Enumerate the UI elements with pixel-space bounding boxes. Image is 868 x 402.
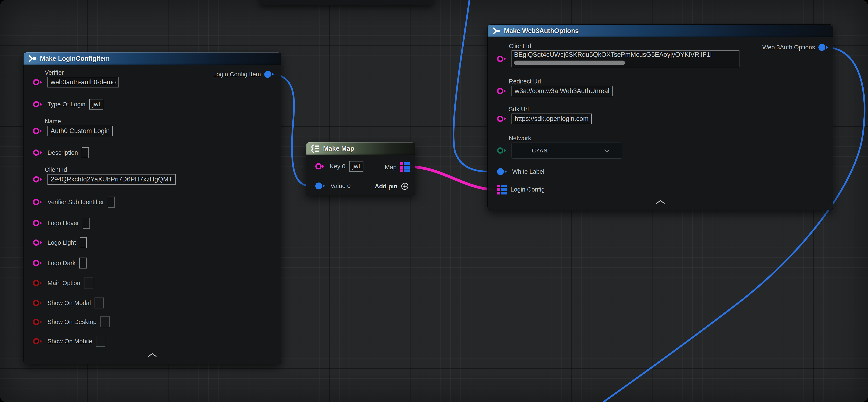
collapse-chevron-icon[interactable] <box>656 200 665 204</box>
pin-label: Show On Mobile <box>48 338 92 345</box>
input-pin-show-on-mobile[interactable] <box>33 338 44 344</box>
node-header[interactable]: Make Web3AuthOptions <box>488 25 833 37</box>
input-pin-white-label[interactable] <box>497 168 508 175</box>
pin-row-client-id: Client Id BEglQSgt4cUWcj6SKRdu5QkOXTsePm… <box>497 43 739 67</box>
input-pin-type-of-login[interactable] <box>33 101 44 108</box>
client-id-field[interactable]: 294QRkchfq2YaXUbPri7D6PH7xzHgQMT <box>48 174 176 184</box>
pin-row-client-id: Client Id 294QRkchfq2YaXUbPri7D6PH7xzHgQ… <box>33 166 176 184</box>
node-title: Make Web3AuthOptions <box>504 27 579 35</box>
input-pin-verifier[interactable] <box>33 79 44 85</box>
client-id-field[interactable]: BEglQSgt4cUWcj6SKRdu5QkOXTsePmMcusG5EAoy… <box>512 51 739 67</box>
output-pin-web3auth-options[interactable] <box>818 44 830 51</box>
pin-label: Client Id <box>45 166 67 173</box>
pin-label: Name <box>45 118 61 125</box>
pin-row-logo-hover: Logo Hover <box>33 217 90 229</box>
main-option-checkbox[interactable] <box>84 278 93 288</box>
node-header[interactable]: Make LoginConfigItem <box>24 52 281 65</box>
make-struct-icon <box>28 54 36 63</box>
pin-row-verifier-sub-identifier: Verifier Sub Identifier <box>33 196 115 208</box>
name-field[interactable]: Auth0 Custom Login <box>48 126 113 136</box>
pin-row-type-of-login: Type Of Login jwt <box>33 98 103 110</box>
input-pin-verifier-sub-identifier[interactable] <box>33 199 44 205</box>
key0-field[interactable]: jwt <box>349 161 364 172</box>
node-header[interactable]: Make Map <box>306 142 415 155</box>
output-pin-map[interactable] <box>400 162 410 172</box>
node-title: Make Map <box>323 145 354 152</box>
show-on-modal-checkbox[interactable] <box>95 297 104 309</box>
show-on-desktop-checkbox[interactable] <box>100 316 110 327</box>
input-pin-key0[interactable] <box>315 163 326 169</box>
add-pin-icon[interactable] <box>401 182 409 190</box>
pin-label: Sdk Url <box>509 106 529 113</box>
input-pin-logo-dark[interactable] <box>33 260 44 266</box>
pin-row-show-on-desktop: Show On Desktop <box>33 316 110 328</box>
blueprint-graph-canvas[interactable]: Make LoginConfigItem Login Config Item V… <box>0 0 868 402</box>
network-selected-value: CYAN <box>532 148 548 154</box>
pin-row-key0: Key 0 jwt <box>315 160 364 172</box>
client-id-text: BEglQSgt4cUWcj6SKRdu5QkOXTsePmMcusG5EAoy… <box>512 51 714 58</box>
input-pin-logo-hover[interactable] <box>33 220 44 226</box>
pin-row-logo-dark: Logo Dark <box>33 257 87 269</box>
input-pin-client-id[interactable] <box>497 56 508 62</box>
client-id-scrollbar[interactable] <box>514 61 625 65</box>
input-pin-main-option[interactable] <box>33 280 44 286</box>
output-row-map: Map <box>385 161 410 173</box>
pin-label: Verifier Sub Identifier <box>48 199 104 206</box>
pin-label: Value 0 <box>331 182 350 190</box>
logo-light-field[interactable] <box>80 237 87 248</box>
input-pin-show-on-desktop[interactable] <box>33 319 44 325</box>
network-dropdown[interactable]: CYAN <box>512 143 622 159</box>
pin-label: Type Of Login <box>48 101 86 108</box>
pin-row-login-config: Login Config <box>497 183 545 196</box>
node-make-map[interactable]: Make Map Key 0 jwt Map Value 0 Add pin <box>306 142 415 195</box>
output-row-web3auth-options: Web 3Auth Options <box>762 41 830 53</box>
add-pin-row: Add pin <box>375 180 409 192</box>
input-pin-redirect-url[interactable] <box>497 88 508 94</box>
input-pin-name[interactable] <box>33 128 44 134</box>
pin-label: Network <box>509 135 531 142</box>
output-pin-login-config-item[interactable] <box>264 71 276 78</box>
pin-row-white-label: White Label <box>497 166 544 178</box>
collapse-node-row <box>488 200 833 204</box>
pin-label: White Label <box>512 168 544 175</box>
input-pin-show-on-modal[interactable] <box>33 300 44 306</box>
input-pin-login-config[interactable] <box>497 184 507 195</box>
wire-top-to-whitelabel[interactable] <box>454 0 489 172</box>
add-pin-label: Add pin <box>375 183 398 190</box>
input-pin-logo-light[interactable] <box>33 239 44 246</box>
verifier-field[interactable]: web3auth-auth0-demo <box>48 77 119 87</box>
pin-row-show-on-modal: Show On Modal <box>33 297 104 309</box>
pin-label: Description <box>48 149 78 156</box>
input-pin-client-id[interactable] <box>33 176 44 182</box>
pin-label: Logo Hover <box>48 220 79 227</box>
verifier-sub-identifier-field[interactable] <box>108 197 115 207</box>
sdk-url-field[interactable]: https://sdk.openlogin.com <box>512 114 592 124</box>
input-pin-description[interactable] <box>33 149 44 156</box>
input-pin-sdk-url[interactable] <box>497 116 508 122</box>
input-pin-network[interactable] <box>497 147 508 154</box>
collapse-node-row <box>24 352 281 357</box>
pin-row-verifier: Verifier web3auth-auth0-demo <box>33 69 119 87</box>
logo-hover-field[interactable] <box>83 218 90 229</box>
type-of-login-field[interactable]: jwt <box>89 99 103 110</box>
chevron-down-icon <box>604 149 609 153</box>
pin-row-value0: Value 0 <box>315 180 350 192</box>
node-make-loginconfigitem[interactable]: Make LoginConfigItem Login Config Item V… <box>23 52 281 364</box>
pin-row-description: Description <box>33 147 89 159</box>
make-struct-icon <box>492 26 501 35</box>
pin-label: Login Config <box>510 186 545 193</box>
show-on-mobile-checkbox[interactable] <box>96 336 105 347</box>
logo-dark-field[interactable] <box>80 258 87 268</box>
wire-map-to-loginconfig[interactable] <box>410 167 492 190</box>
description-field[interactable] <box>82 147 89 158</box>
offscreen-node-bottom[interactable] <box>260 0 433 5</box>
input-pin-value0[interactable] <box>315 182 327 190</box>
redirect-url-field[interactable]: w3a://com.w3a.Web3AuthUnreal <box>512 86 613 96</box>
pin-label: Map <box>385 164 397 171</box>
node-make-web3authoptions[interactable]: Make Web3AuthOptions Web 3Auth Options C… <box>487 24 833 210</box>
collapse-chevron-icon[interactable] <box>148 352 157 357</box>
pin-row-sdk-url: Sdk Url https://sdk.openlogin.com <box>497 106 592 124</box>
pin-row-logo-light: Logo Light <box>33 236 87 249</box>
pin-row-redirect-url: Redirect Url w3a://com.w3a.Web3AuthUnrea… <box>497 78 613 96</box>
pin-label: Show On Modal <box>48 299 91 307</box>
